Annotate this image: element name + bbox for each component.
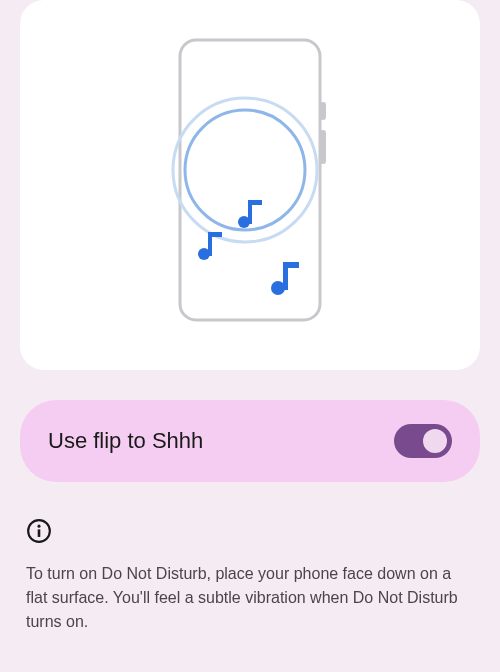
info-description: To turn on Do Not Disturb, place your ph… — [26, 562, 474, 634]
toggle-label: Use flip to Shhh — [48, 428, 203, 454]
info-section: To turn on Do Not Disturb, place your ph… — [20, 518, 480, 634]
info-icon — [26, 518, 52, 544]
toggle-switch[interactable] — [394, 424, 452, 458]
svg-point-15 — [37, 525, 40, 528]
phone-illustration — [150, 30, 350, 340]
svg-rect-1 — [320, 102, 326, 120]
svg-point-4 — [185, 110, 305, 230]
svg-rect-13 — [283, 262, 299, 268]
svg-point-11 — [271, 281, 285, 295]
svg-rect-2 — [320, 130, 326, 164]
illustration-card — [20, 0, 480, 370]
svg-rect-7 — [248, 200, 262, 205]
svg-rect-10 — [208, 232, 222, 237]
info-icon-wrap — [26, 518, 474, 548]
svg-rect-0 — [180, 40, 320, 320]
svg-rect-16 — [38, 529, 41, 537]
flip-to-shhh-toggle-row[interactable]: Use flip to Shhh — [20, 400, 480, 482]
toggle-switch-thumb — [423, 429, 447, 453]
